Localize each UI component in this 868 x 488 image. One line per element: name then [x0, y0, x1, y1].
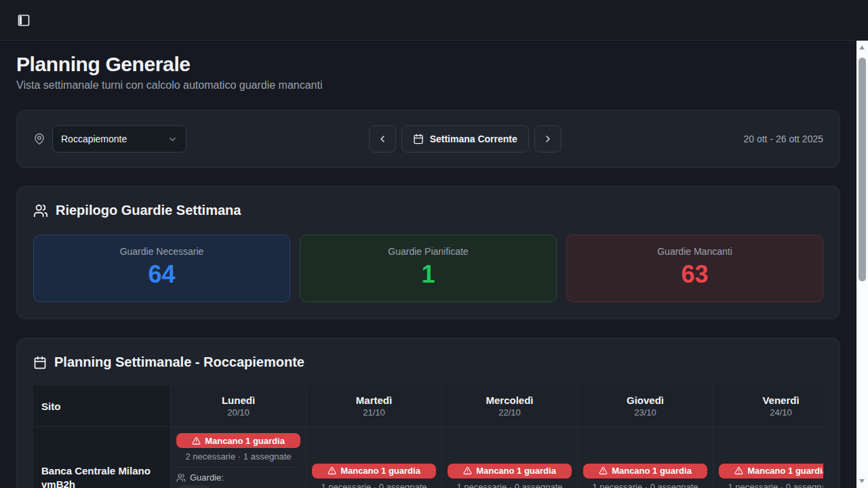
scrollbar-up-arrow[interactable] — [859, 45, 865, 49]
day-date: 22/10 — [498, 407, 521, 418]
users-icon — [176, 473, 186, 483]
column-header-mercoledi: Mercoledì 22/10 — [441, 386, 577, 426]
counts-text: 1 necessarie · 0 assegnate — [719, 482, 823, 488]
scrollbar-thumb[interactable] — [859, 58, 866, 281]
main-content: Planning Generale Vista settimanale turn… — [0, 41, 856, 488]
site-select-value: Roccapiemonte — [61, 134, 127, 144]
day-cell-martedi: Mancano 1 guardia 1 necessarie · 0 asseg… — [306, 427, 441, 488]
chevron-down-icon — [167, 134, 178, 144]
column-header-sito: Sito — [33, 386, 170, 426]
warning-badge: Mancano 1 guardia — [583, 464, 707, 479]
day-date: 24/10 — [770, 407, 792, 418]
counts-text: 1 necessarie · 0 assegnate — [583, 482, 707, 488]
current-week-button[interactable]: Settimana Corrente — [401, 125, 529, 152]
day-name: Mercoledì — [486, 394, 533, 406]
planning-table-wrap: Sito Lunedì 20/10 Martedì 21/10 Mercoled… — [33, 386, 823, 488]
day-name: Venerdì — [762, 394, 799, 406]
day-cell-venerdi: Mancano 1 guardia 1 necessarie · 0 asseg… — [713, 427, 823, 488]
planning-title-row: Planning Settimanale - Roccapiemonte — [33, 354, 823, 370]
page-title: Planning Generale — [16, 52, 840, 77]
stat-guardie-mancanti: Guardie Mancanti 63 — [566, 235, 823, 302]
column-header-martedi: Martedì 21/10 — [306, 386, 441, 426]
table-row: Banca Centrale Milano vmB2h_ Mancano 1 g… — [33, 427, 823, 488]
warning-badge: Mancano 1 guardia — [176, 433, 300, 448]
alert-triangle-icon — [328, 466, 336, 475]
planning-table: Sito Lunedì 20/10 Martedì 21/10 Mercoled… — [33, 386, 823, 488]
counts-text: 1 necessarie · 0 assegnate — [448, 482, 572, 488]
counts-text: 1 necessarie · 0 assegnate — [312, 482, 436, 488]
calendar-icon — [413, 134, 424, 144]
date-range-label: 20 ott - 26 ott 2025 — [743, 134, 823, 144]
warning-badge: Mancano 1 guardia — [312, 464, 436, 479]
column-header-lunedi: Lunedì 20/10 — [170, 386, 306, 426]
alert-triangle-icon — [599, 466, 608, 475]
warning-badge: Mancano 1 guardia — [448, 464, 572, 479]
warning-text: Mancano 1 guardia — [747, 466, 823, 476]
site-select[interactable]: Roccapiemonte — [52, 125, 186, 152]
day-name: Lunedì — [222, 394, 255, 406]
next-week-button[interactable] — [534, 125, 561, 152]
table-header-row: Sito Lunedì 20/10 Martedì 21/10 Mercoled… — [33, 386, 823, 427]
stat-value: 64 — [42, 260, 281, 289]
stat-label: Guardie Pianificate — [309, 246, 548, 257]
alert-triangle-icon — [192, 436, 201, 445]
page-subtitle: Vista settimanale turni con calcolo auto… — [16, 79, 840, 92]
chevron-right-icon — [542, 134, 553, 144]
site-filter: Roccapiemonte — [33, 125, 186, 152]
warning-text: Mancano 1 guardia — [612, 466, 692, 476]
warning-text: Mancano 1 guardia — [340, 466, 420, 476]
stat-value: 1 — [309, 260, 548, 289]
site-name-cell: Banca Centrale Milano vmB2h_ — [33, 427, 170, 488]
cell-divider — [176, 467, 300, 468]
column-header-giovedi: Giovedì 23/10 — [577, 386, 713, 426]
current-week-label: Settimana Corrente — [430, 134, 517, 144]
chevron-left-icon — [377, 134, 388, 144]
warning-badge: Mancano 1 guardia — [719, 464, 823, 479]
scrollbar-down-arrow[interactable] — [859, 479, 865, 483]
stat-guardie-pianificate: Guardie Pianificate 1 — [300, 235, 557, 302]
day-cell-mercoledi: Mancano 1 guardia 1 necessarie · 0 asseg… — [441, 427, 577, 488]
day-cell-lunedi: Mancano 1 guardia 2 necessarie · 1 asseg… — [170, 427, 306, 488]
panel-left-icon — [17, 14, 31, 27]
day-name: Giovedì — [627, 394, 664, 406]
vertical-scrollbar[interactable] — [856, 41, 868, 488]
warning-text: Mancano 1 guardia — [205, 436, 285, 446]
users-icon — [33, 203, 48, 218]
day-cell-giovedi: Mancano 1 guardia 1 necessarie · 0 asseg… — [577, 427, 713, 488]
counts-text: 2 necessarie · 1 assegnate — [176, 451, 300, 462]
map-pin-icon — [33, 133, 45, 145]
sidebar-toggle-button[interactable] — [12, 9, 35, 32]
alert-triangle-icon — [734, 466, 743, 475]
alert-triangle-icon — [463, 466, 472, 475]
summary-stats: Guardie Necessarie 64 Guardie Pianificat… — [33, 235, 823, 302]
summary-title: Riepilogo Guardie Settimana — [56, 203, 241, 218]
guard-chip[interactable] — [176, 485, 212, 488]
stat-guardie-necessarie: Guardie Necessarie 64 — [33, 235, 290, 302]
calendar-icon — [33, 356, 47, 369]
week-navigation: Settimana Corrente — [369, 125, 561, 152]
warning-text: Mancano 1 guardia — [476, 466, 556, 476]
day-name: Martedì — [356, 394, 392, 406]
filter-bar: Roccapiemonte Settimana Corrente — [16, 110, 840, 168]
topbar — [0, 0, 868, 41]
column-header-venerdi: Venerdì 24/10 — [713, 386, 823, 426]
summary-card: Riepilogo Guardie Settimana Guardie Nece… — [16, 186, 840, 319]
stat-value: 63 — [575, 260, 814, 289]
day-date: 21/10 — [363, 407, 385, 418]
planning-card: Planning Settimanale - Roccapiemonte Sit… — [16, 338, 840, 488]
stat-label: Guardie Mancanti — [575, 246, 814, 257]
day-date: 20/10 — [227, 407, 250, 418]
day-date: 23/10 — [634, 407, 656, 418]
planning-title: Planning Settimanale - Roccapiemonte — [54, 354, 304, 370]
summary-title-row: Riepilogo Guardie Settimana — [33, 203, 823, 218]
guards-label: Guardie: — [190, 472, 224, 483]
guards-row: Guardie: — [176, 472, 300, 483]
stat-label: Guardie Necessarie — [42, 246, 281, 257]
prev-week-button[interactable] — [369, 125, 396, 152]
